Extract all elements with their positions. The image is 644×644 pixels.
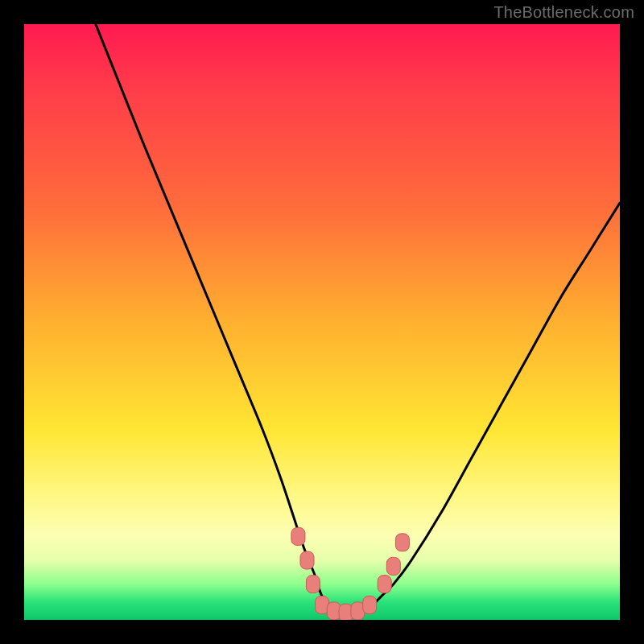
curve-marker <box>291 527 305 545</box>
chart-svg <box>24 24 620 620</box>
chart-frame: TheBottleneck.com <box>0 0 644 644</box>
curve-marker <box>395 534 409 551</box>
plot-area <box>24 24 620 620</box>
curve-marker <box>306 576 320 593</box>
curve-marker <box>300 551 314 569</box>
curve-group <box>96 24 620 615</box>
curve-marker <box>378 576 391 593</box>
marker-group <box>291 527 410 620</box>
attribution-label: TheBottleneck.com <box>493 3 634 22</box>
curve-marker <box>386 557 400 575</box>
curve-marker <box>363 597 377 614</box>
bottleneck-curve <box>96 24 620 615</box>
